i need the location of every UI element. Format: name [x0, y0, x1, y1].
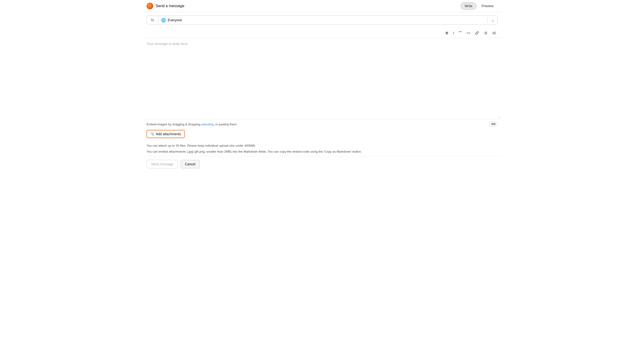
- to-recipient-value: Everyone: [168, 18, 483, 22]
- app-logo: [146, 3, 153, 9]
- markdown-button[interactable]: MD: [490, 122, 498, 127]
- message-placeholder: Your message to andy here...: [146, 42, 498, 46]
- embed-info: Embed images by dragging & dropping, sel…: [143, 119, 501, 128]
- to-label: To: [147, 16, 158, 25]
- globe-icon: 🌐: [161, 18, 166, 23]
- tab-write[interactable]: Write: [461, 3, 476, 10]
- attachments-section: 📎 Add attachments: [143, 128, 501, 141]
- page-container: Send a message Write Preview To 🌐 Everyo…: [143, 0, 501, 340]
- embed-text-after: , or pasting them.: [214, 123, 238, 126]
- to-field-row: To 🌐 Everyone ⌄: [146, 16, 498, 25]
- header-left: Send a message: [146, 3, 184, 9]
- toolbar-unordered-list-button[interactable]: [482, 30, 489, 36]
- file-note-2: You can embed attachments (.jpg/.gif/.pn…: [146, 149, 498, 154]
- send-message-button[interactable]: Send message: [146, 160, 178, 168]
- toolbar-bold-button[interactable]: B: [444, 30, 450, 36]
- toolbar-ordered-list-button[interactable]: [491, 30, 498, 36]
- file-notes: You can attach up to 20 files. Please ke…: [143, 141, 501, 156]
- toolbar-link-button[interactable]: [474, 30, 480, 36]
- toolbar-code-button[interactable]: <>: [465, 30, 472, 36]
- cancel-button[interactable]: Cancel: [180, 160, 200, 168]
- embed-text-before: Embed images by dragging & dropping,: [146, 123, 201, 126]
- file-note-1: You can attach up to 20 files. Please ke…: [146, 143, 498, 148]
- paperclip-icon: 📎: [150, 132, 154, 136]
- add-attachments-label: Add attachments: [156, 132, 181, 136]
- embed-selecting-link[interactable]: selecting: [201, 123, 213, 126]
- toolbar-quote-button[interactable]: “”: [457, 30, 463, 36]
- to-input-area[interactable]: 🌐 Everyone: [158, 16, 486, 25]
- footer-actions: Send message Cancel: [143, 156, 501, 173]
- tab-preview[interactable]: Preview: [478, 3, 498, 10]
- message-area[interactable]: Your message to andy here... ⇲: [143, 38, 501, 119]
- header: Send a message Write Preview: [143, 0, 501, 12]
- add-attachments-button[interactable]: 📎 Add attachments: [146, 130, 185, 138]
- editor-toolbar: B I “” <>: [143, 28, 501, 38]
- to-separator: [487, 17, 488, 23]
- header-tabs: Write Preview: [461, 3, 498, 10]
- page-title: Send a message: [156, 4, 184, 8]
- toolbar-italic-button[interactable]: I: [452, 30, 456, 36]
- to-dropdown-button[interactable]: ⌄: [488, 16, 497, 25]
- embed-info-text: Embed images by dragging & dropping, sel…: [146, 123, 238, 126]
- resize-handle[interactable]: ⇲: [498, 116, 501, 119]
